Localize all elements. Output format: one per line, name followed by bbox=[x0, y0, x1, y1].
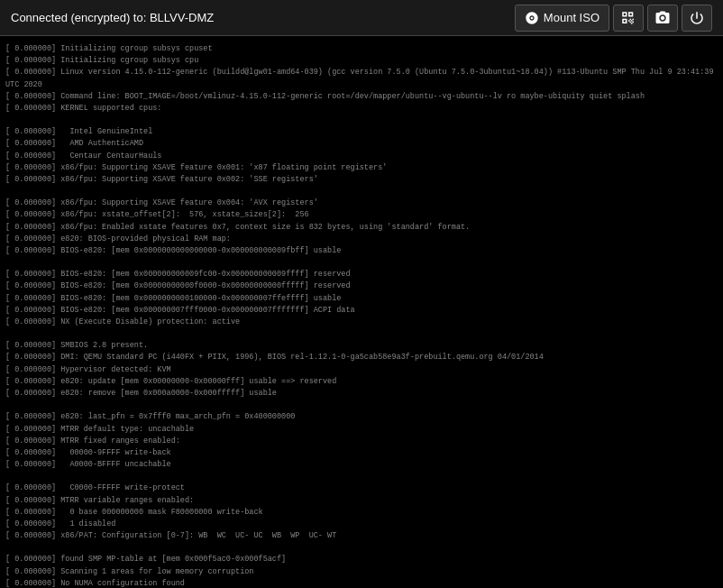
connection-status: Connected (encrypted) to: BLLVV-DMZ bbox=[11, 11, 214, 24]
disc-icon bbox=[525, 11, 539, 25]
qr-button[interactable] bbox=[613, 5, 644, 32]
toolbar: Mount ISO bbox=[515, 5, 712, 32]
qr-icon bbox=[620, 10, 636, 26]
camera-icon bbox=[654, 10, 671, 26]
terminal-log: [ 0.000000] Initializing cgroup subsys c… bbox=[4, 41, 719, 588]
power-icon bbox=[689, 10, 705, 26]
terminal-content: [ 0.000000] Initializing cgroup subsys c… bbox=[4, 41, 719, 583]
power-button[interactable] bbox=[682, 5, 712, 32]
screenshot-button[interactable] bbox=[647, 5, 678, 32]
mount-iso-label: Mount ISO bbox=[544, 11, 599, 24]
header: Connected (encrypted) to: BLLVV-DMZ Moun… bbox=[0, 0, 723, 36]
mount-iso-button[interactable]: Mount ISO bbox=[515, 5, 609, 32]
terminal-area[interactable]: [ 0.000000] Initializing cgroup subsys c… bbox=[0, 36, 723, 588]
